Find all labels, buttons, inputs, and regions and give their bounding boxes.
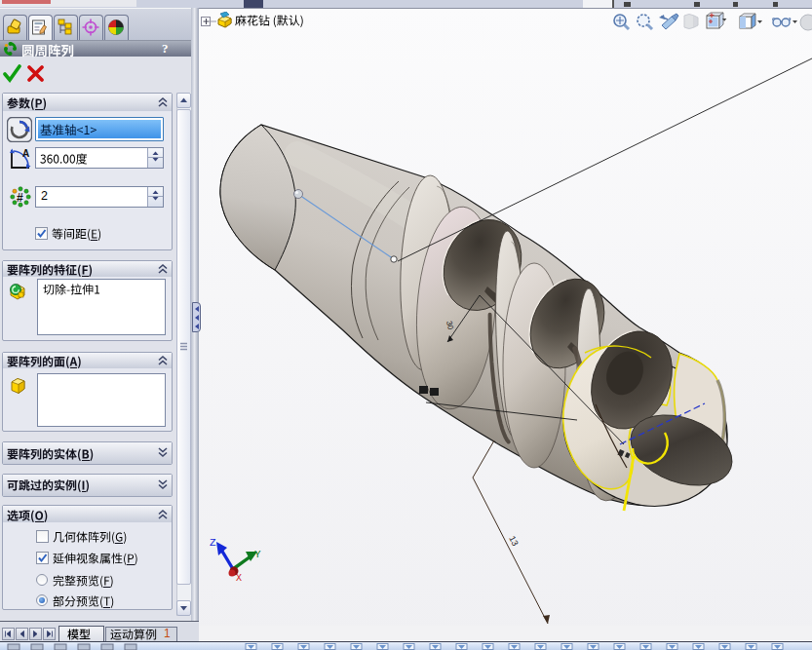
svg-text:Y: Y	[254, 549, 261, 560]
svg-text:Z: Z	[210, 537, 216, 549]
svg-text:13: 13	[507, 534, 521, 548]
svg-text:#: #	[17, 191, 23, 205]
svg-text:X: X	[236, 573, 242, 584]
svg-text:A: A	[22, 148, 29, 159]
